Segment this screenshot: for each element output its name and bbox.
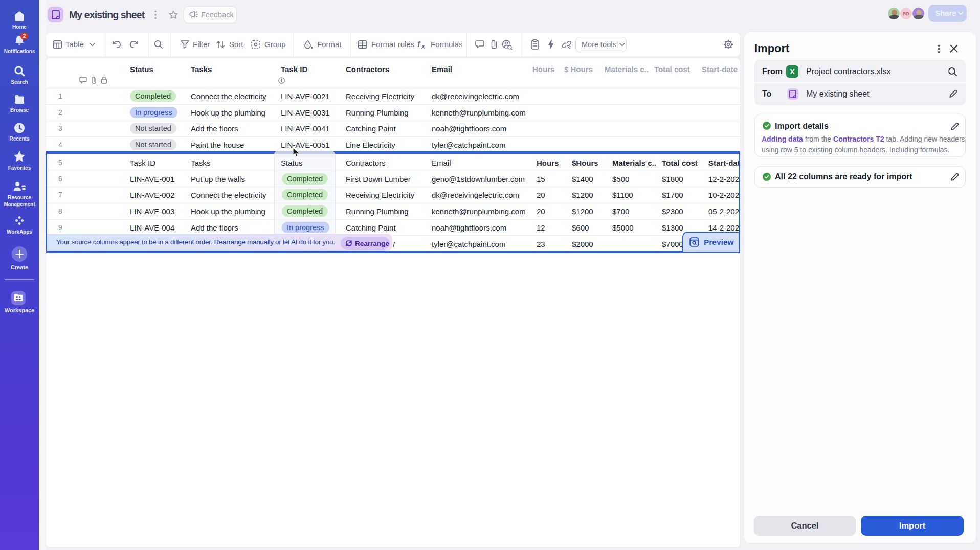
svg-text:f: f <box>417 40 421 49</box>
svg-text:x: x <box>421 43 426 50</box>
